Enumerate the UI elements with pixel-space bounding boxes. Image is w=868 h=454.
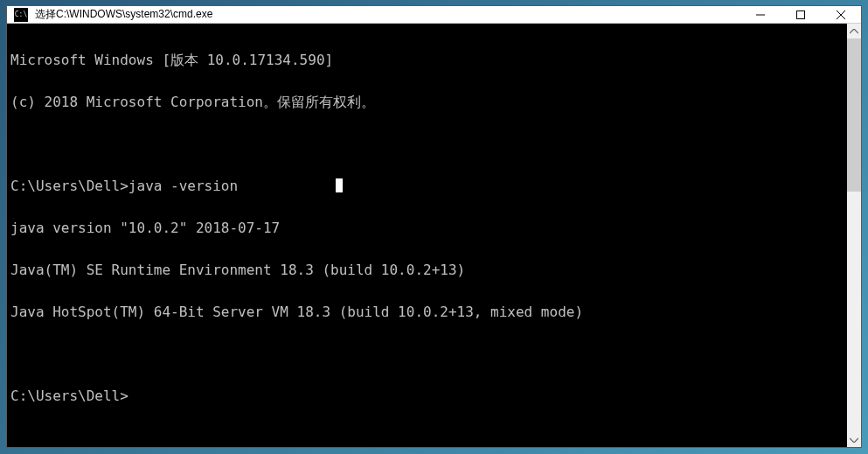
prompt-line: C:\Users\Dell> <box>10 389 844 403</box>
chevron-up-icon <box>850 29 858 34</box>
scroll-down-button[interactable] <box>847 432 861 447</box>
output-line: (c) 2018 Microsoft Corporation。保留所有权利。 <box>10 95 844 109</box>
minimize-icon <box>756 10 765 19</box>
scroll-up-button[interactable] <box>847 24 861 38</box>
cmd-icon: C:\ <box>14 8 28 22</box>
cmd-window: C:\ 选择C:\WINDOWS\system32\cmd.exe Micros… <box>6 5 862 448</box>
vertical-scrollbar[interactable] <box>847 24 861 447</box>
window-title: 选择C:\WINDOWS\system32\cmd.exe <box>35 7 740 22</box>
maximize-button[interactable] <box>781 6 821 23</box>
output-line <box>10 137 844 151</box>
chevron-down-icon <box>850 437 858 443</box>
close-icon <box>837 10 845 19</box>
close-button[interactable] <box>821 6 861 23</box>
maximize-icon <box>796 10 805 19</box>
text-cursor <box>336 178 343 192</box>
window-controls <box>740 6 861 23</box>
output-line: Microsoft Windows [版本 10.0.17134.590] <box>10 53 844 67</box>
output-line: C:\Users\Dell>java -version <box>10 179 844 193</box>
console-area: Microsoft Windows [版本 10.0.17134.590] (c… <box>7 24 861 447</box>
output-line: Java HotSpot(TM) 64-Bit Server VM 18.3 (… <box>10 305 844 319</box>
minimize-button[interactable] <box>740 6 781 23</box>
scroll-track[interactable] <box>847 38 861 432</box>
output-line: Java(TM) SE Runtime Environment 18.3 (bu… <box>10 263 844 277</box>
scroll-thumb[interactable] <box>847 38 861 192</box>
output-line: java version "10.0.2" 2018-07-17 <box>10 221 844 235</box>
output-line <box>10 347 844 361</box>
titlebar[interactable]: C:\ 选择C:\WINDOWS\system32\cmd.exe <box>7 6 861 24</box>
svg-rect-1 <box>797 10 805 18</box>
console-output[interactable]: Microsoft Windows [版本 10.0.17134.590] (c… <box>7 24 847 447</box>
